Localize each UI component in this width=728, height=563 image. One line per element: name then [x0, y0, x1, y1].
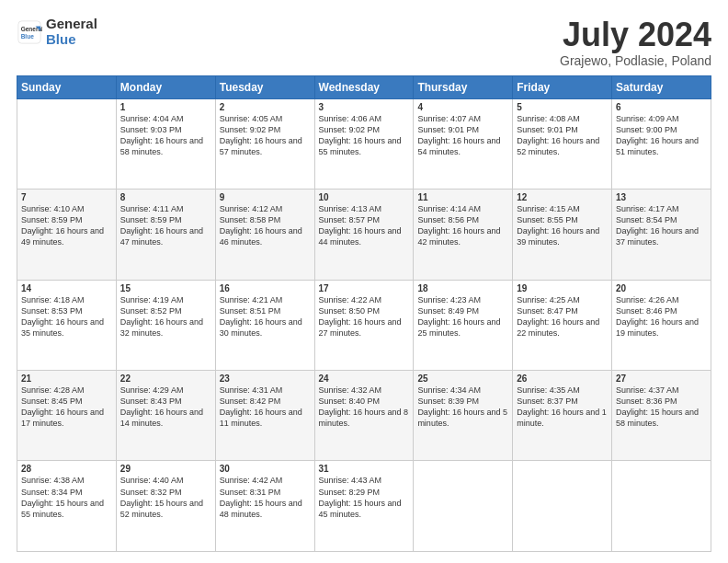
day-number: 17: [319, 283, 410, 293]
day-cell: 21Sunrise: 4:28 AMSunset: 8:45 PMDayligh…: [17, 371, 117, 461]
cell-content: Sunrise: 4:32 AMSunset: 8:40 PMDaylight:…: [319, 385, 410, 430]
cell-content: Sunrise: 4:17 AMSunset: 8:54 PMDaylight:…: [616, 203, 707, 248]
day-cell: 10Sunrise: 4:13 AMSunset: 8:57 PMDayligh…: [314, 190, 414, 280]
logo-icon: General Blue: [17, 19, 42, 45]
day-cell: 15Sunrise: 4:19 AMSunset: 8:52 PMDayligh…: [116, 280, 215, 370]
day-cell: 8Sunrise: 4:11 AMSunset: 8:59 PMDaylight…: [116, 190, 215, 280]
day-number: 22: [120, 373, 211, 384]
day-number: 1: [120, 102, 211, 112]
cell-content: Sunrise: 4:29 AMSunset: 8:43 PMDaylight:…: [120, 385, 211, 430]
day-number: 28: [21, 464, 112, 474]
cell-content: Sunrise: 4:26 AMSunset: 8:46 PMDaylight:…: [616, 294, 707, 339]
day-number: 15: [120, 283, 211, 293]
col-thursday: Thursday: [414, 75, 513, 98]
week-row-4: 21Sunrise: 4:28 AMSunset: 8:45 PMDayligh…: [17, 371, 711, 461]
day-number: 19: [517, 283, 608, 293]
day-number: 12: [517, 192, 608, 202]
day-number: 11: [417, 192, 508, 202]
cell-content: Sunrise: 4:31 AMSunset: 8:42 PMDaylight:…: [220, 385, 311, 430]
day-cell: [513, 461, 612, 552]
cell-content: Sunrise: 4:08 AMSunset: 9:01 PMDaylight:…: [517, 113, 608, 158]
day-number: 10: [319, 192, 410, 202]
day-cell: 16Sunrise: 4:21 AMSunset: 8:51 PMDayligh…: [215, 280, 314, 370]
day-number: 30: [220, 464, 311, 474]
day-cell: 22Sunrise: 4:29 AMSunset: 8:43 PMDayligh…: [116, 371, 215, 461]
day-number: 4: [417, 102, 508, 112]
svg-text:Blue: Blue: [21, 33, 34, 40]
day-cell: 6Sunrise: 4:09 AMSunset: 9:00 PMDaylight…: [612, 98, 711, 189]
title-block: July 2024 Grajewo, Podlasie, Poland: [560, 17, 711, 68]
day-cell: 26Sunrise: 4:35 AMSunset: 8:37 PMDayligh…: [513, 371, 612, 461]
day-cell: [414, 461, 513, 552]
cell-content: Sunrise: 4:11 AMSunset: 8:59 PMDaylight:…: [120, 203, 211, 248]
day-cell: [612, 461, 711, 552]
cell-content: Sunrise: 4:42 AMSunset: 8:31 PMDaylight:…: [220, 475, 311, 520]
cell-content: Sunrise: 4:05 AMSunset: 9:02 PMDaylight:…: [220, 113, 311, 158]
day-cell: 29Sunrise: 4:40 AMSunset: 8:32 PMDayligh…: [116, 461, 215, 552]
col-tuesday: Tuesday: [215, 75, 314, 98]
day-number: 8: [120, 192, 211, 202]
day-number: 23: [220, 373, 311, 384]
calendar-table: Sunday Monday Tuesday Wednesday Thursday…: [17, 75, 711, 552]
cell-content: Sunrise: 4:28 AMSunset: 8:45 PMDaylight:…: [21, 385, 112, 430]
cell-content: Sunrise: 4:40 AMSunset: 8:32 PMDaylight:…: [120, 475, 211, 520]
cell-content: Sunrise: 4:43 AMSunset: 8:29 PMDaylight:…: [319, 475, 410, 520]
day-cell: 2Sunrise: 4:05 AMSunset: 9:02 PMDaylight…: [215, 98, 314, 189]
day-cell: 9Sunrise: 4:12 AMSunset: 8:58 PMDaylight…: [215, 190, 314, 280]
day-cell: 24Sunrise: 4:32 AMSunset: 8:40 PMDayligh…: [314, 371, 414, 461]
day-cell: 23Sunrise: 4:31 AMSunset: 8:42 PMDayligh…: [215, 371, 314, 461]
day-cell: 1Sunrise: 4:04 AMSunset: 9:03 PMDaylight…: [116, 98, 215, 189]
cell-content: Sunrise: 4:09 AMSunset: 9:00 PMDaylight:…: [616, 113, 707, 158]
day-cell: 11Sunrise: 4:14 AMSunset: 8:56 PMDayligh…: [414, 190, 513, 280]
cell-content: Sunrise: 4:35 AMSunset: 8:37 PMDaylight:…: [517, 385, 608, 430]
day-cell: 18Sunrise: 4:23 AMSunset: 8:49 PMDayligh…: [414, 280, 513, 370]
cell-content: Sunrise: 4:15 AMSunset: 8:55 PMDaylight:…: [517, 203, 608, 248]
day-number: 27: [616, 373, 707, 384]
day-number: 14: [21, 283, 112, 293]
day-cell: 13Sunrise: 4:17 AMSunset: 8:54 PMDayligh…: [612, 190, 711, 280]
cell-content: Sunrise: 4:19 AMSunset: 8:52 PMDaylight:…: [120, 294, 211, 339]
logo-text: General Blue: [46, 17, 97, 47]
cell-content: Sunrise: 4:14 AMSunset: 8:56 PMDaylight:…: [417, 203, 508, 248]
day-number: 29: [120, 464, 211, 474]
col-wednesday: Wednesday: [314, 75, 414, 98]
cell-content: Sunrise: 4:18 AMSunset: 8:53 PMDaylight:…: [21, 294, 112, 339]
day-cell: 3Sunrise: 4:06 AMSunset: 9:02 PMDaylight…: [314, 98, 414, 189]
logo: General Blue General Blue: [17, 17, 97, 47]
cell-content: Sunrise: 4:21 AMSunset: 8:51 PMDaylight:…: [220, 294, 311, 339]
cell-content: Sunrise: 4:04 AMSunset: 9:03 PMDaylight:…: [120, 113, 211, 158]
cell-content: Sunrise: 4:34 AMSunset: 8:39 PMDaylight:…: [417, 385, 508, 430]
cell-content: Sunrise: 4:12 AMSunset: 8:58 PMDaylight:…: [220, 203, 311, 248]
day-number: 31: [319, 464, 410, 474]
cell-content: Sunrise: 4:07 AMSunset: 9:01 PMDaylight:…: [417, 113, 508, 158]
day-cell: 19Sunrise: 4:25 AMSunset: 8:47 PMDayligh…: [513, 280, 612, 370]
day-cell: 17Sunrise: 4:22 AMSunset: 8:50 PMDayligh…: [314, 280, 414, 370]
day-number: 24: [319, 373, 410, 384]
cell-content: Sunrise: 4:13 AMSunset: 8:57 PMDaylight:…: [319, 203, 410, 248]
day-number: 16: [220, 283, 311, 293]
day-number: 21: [21, 373, 112, 384]
subtitle: Grajewo, Podlasie, Poland: [560, 53, 711, 68]
col-saturday: Saturday: [612, 75, 711, 98]
week-row-2: 7Sunrise: 4:10 AMSunset: 8:59 PMDaylight…: [17, 190, 711, 280]
cell-content: Sunrise: 4:06 AMSunset: 9:02 PMDaylight:…: [319, 113, 410, 158]
day-cell: 4Sunrise: 4:07 AMSunset: 9:01 PMDaylight…: [414, 98, 513, 189]
day-cell: 7Sunrise: 4:10 AMSunset: 8:59 PMDaylight…: [17, 190, 117, 280]
day-number: 5: [517, 102, 608, 112]
day-number: 20: [616, 283, 707, 293]
day-cell: [17, 98, 117, 189]
day-cell: 25Sunrise: 4:34 AMSunset: 8:39 PMDayligh…: [414, 371, 513, 461]
day-cell: 28Sunrise: 4:38 AMSunset: 8:34 PMDayligh…: [17, 461, 117, 552]
day-number: 26: [517, 373, 608, 384]
logo-blue: Blue: [46, 32, 97, 48]
col-friday: Friday: [513, 75, 612, 98]
header: General Blue General Blue July 2024 Graj…: [17, 17, 711, 68]
cell-content: Sunrise: 4:22 AMSunset: 8:50 PMDaylight:…: [319, 294, 410, 339]
day-cell: 12Sunrise: 4:15 AMSunset: 8:55 PMDayligh…: [513, 190, 612, 280]
cell-content: Sunrise: 4:25 AMSunset: 8:47 PMDaylight:…: [517, 294, 608, 339]
day-cell: 5Sunrise: 4:08 AMSunset: 9:01 PMDaylight…: [513, 98, 612, 189]
week-row-1: 1Sunrise: 4:04 AMSunset: 9:03 PMDaylight…: [17, 98, 711, 189]
day-number: 6: [616, 102, 707, 112]
day-number: 18: [417, 283, 508, 293]
cell-content: Sunrise: 4:37 AMSunset: 8:36 PMDaylight:…: [616, 385, 707, 430]
